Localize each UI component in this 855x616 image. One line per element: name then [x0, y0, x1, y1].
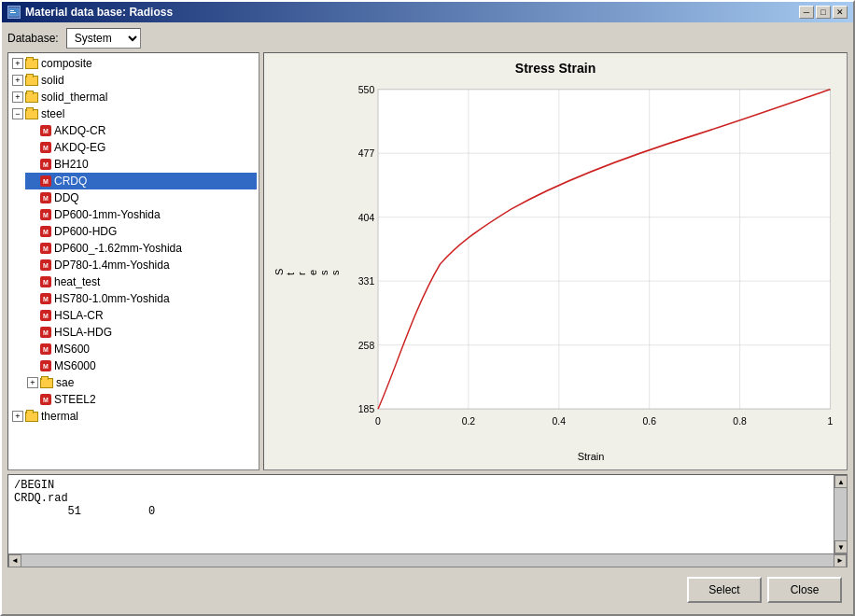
database-row: Database: System User: [7, 28, 848, 49]
material-icon-akdq-cr: [40, 125, 51, 136]
svg-text:477: 477: [358, 147, 374, 160]
material-icon-dp600-1mm: [40, 209, 51, 220]
material-icon-hsla-cr: [40, 310, 51, 321]
tree-item-heat-test[interactable]: heat_test: [25, 273, 257, 290]
content-area: Database: System User + composite + soli…: [2, 22, 853, 614]
tree-item-ms600[interactable]: MS600: [25, 341, 257, 357]
label-dp600-1mm: DP600-1mm-Yoshida: [54, 208, 161, 221]
svg-text:0.2: 0.2: [462, 415, 476, 427]
svg-text:1: 1: [828, 415, 834, 427]
label-solid-thermal: solid_thermal: [41, 91, 107, 104]
title-bar: Material data base: Radioss ─ □ ✕: [2, 2, 853, 22]
expand-sae[interactable]: +: [27, 377, 38, 388]
label-ms6000: MS6000: [54, 359, 96, 372]
material-icon-dp600-162mm: [40, 243, 51, 254]
tree-item-dp600-hdg[interactable]: DP600-HDG: [25, 223, 257, 240]
bottom-panel: /BEGIN CRDQ.rad 51 0 ▲ ▼ ◄ ►: [7, 474, 848, 567]
tree-item-crdq[interactable]: CRDQ: [25, 173, 257, 189]
label-composite: composite: [41, 57, 92, 70]
svg-text:404: 404: [358, 211, 374, 223]
label-dp780-14mm: DP780-1.4mm-Yoshida: [54, 259, 170, 272]
svg-text:185: 185: [358, 403, 374, 415]
scroll-down-button[interactable]: ▼: [834, 540, 847, 553]
tree-item-bh210[interactable]: BH210: [25, 156, 257, 173]
select-button[interactable]: Select: [687, 577, 762, 603]
folder-icon-steel: [25, 109, 38, 119]
scroll-left-button[interactable]: ◄: [8, 554, 21, 567]
expand-solid-thermal[interactable]: +: [12, 91, 23, 103]
material-icon-ddq: [40, 192, 51, 203]
folder-icon-solid-thermal: [25, 92, 38, 103]
svg-text:258: 258: [358, 339, 374, 351]
tree-panel[interactable]: + composite + solid + solid_thermal −: [7, 52, 259, 470]
chart-panel: Stress Strain Stress: [263, 52, 848, 470]
tree-item-solid-thermal[interactable]: + solid_thermal: [10, 89, 257, 105]
tree-item-hs780-10mm[interactable]: HS780-1.0mm-Yoshida: [25, 290, 257, 307]
tree-item-akdq-cr[interactable]: AKDQ-CR: [25, 122, 257, 139]
expand-thermal[interactable]: +: [12, 411, 23, 422]
label-thermal: thermal: [41, 410, 78, 423]
tree-item-composite[interactable]: + composite: [10, 55, 257, 72]
svg-rect-3: [378, 90, 831, 409]
expand-composite[interactable]: +: [12, 58, 23, 69]
material-icon-steel2: [40, 394, 51, 405]
bottom-scroll-area: /BEGIN CRDQ.rad 51 0 ▲ ▼: [8, 475, 847, 553]
tree-item-dp600-1mm[interactable]: DP600-1mm-Yoshida: [25, 206, 257, 223]
svg-text:0.6: 0.6: [642, 415, 656, 427]
title-buttons: ─ □ ✕: [799, 6, 848, 19]
label-bh210: BH210: [54, 158, 89, 171]
label-sae: sae: [56, 376, 74, 389]
expand-solid[interactable]: +: [12, 75, 23, 86]
chart-svg: 185 258 331 404 477 550 0 0.2 0.4 0.6: [343, 79, 839, 449]
tree-item-ddq[interactable]: DDQ: [25, 189, 257, 206]
label-hsla-cr: HSLA-CR: [54, 309, 104, 322]
database-select[interactable]: System User: [66, 28, 141, 49]
material-icon-hs780-10mm: [40, 293, 51, 304]
app-icon: [7, 6, 21, 19]
horizontal-scrollbar: ◄ ►: [8, 553, 847, 567]
label-steel2: STEEL2: [54, 393, 96, 406]
scroll-vertical-track[interactable]: [834, 488, 847, 540]
close-window-button[interactable]: ✕: [833, 6, 848, 19]
scroll-up-button[interactable]: ▲: [834, 475, 847, 488]
label-ms600: MS600: [54, 343, 90, 356]
chart-title: Stress Strain: [272, 61, 839, 76]
tree-item-sae[interactable]: + sae: [25, 374, 257, 391]
tree-item-thermal[interactable]: + thermal: [10, 408, 257, 425]
tree-item-ms6000[interactable]: MS6000: [25, 357, 257, 374]
label-heat-test: heat_test: [54, 275, 100, 288]
material-icon-akdq-eg: [40, 142, 51, 153]
right-scrollbar: ▲ ▼: [834, 475, 847, 553]
main-panel: + composite + solid + solid_thermal −: [7, 52, 848, 470]
close-button[interactable]: Close: [767, 577, 842, 603]
button-row: Select Close: [7, 571, 848, 609]
tree-item-hsla-cr[interactable]: HSLA-CR: [25, 307, 257, 324]
tree-item-dp600-162mm[interactable]: DP600_-1.62mm-Yoshida: [25, 240, 257, 257]
tree-item-akdq-eg[interactable]: AKDQ-EG: [25, 139, 257, 156]
maximize-button[interactable]: □: [816, 6, 831, 19]
svg-text:550: 550: [358, 83, 374, 95]
x-axis-label: Strain: [343, 451, 839, 462]
chart-with-axes: 185 258 331 404 477 550 0 0.2 0.4 0.6: [343, 79, 839, 462]
svg-rect-1: [10, 10, 14, 11]
material-icon-ms600: [40, 343, 51, 355]
material-icon-dp780-14mm: [40, 259, 51, 271]
minimize-button[interactable]: ─: [799, 6, 814, 19]
y-axis-label: Stress: [272, 79, 343, 462]
folder-icon-solid: [25, 76, 38, 86]
main-window: Material data base: Radioss ─ □ ✕ Databa…: [0, 0, 855, 616]
folder-icon-sae: [40, 378, 53, 388]
svg-text:331: 331: [358, 275, 374, 287]
tree-item-dp780-14mm[interactable]: DP780-1.4mm-Yoshida: [25, 257, 257, 273]
tree-item-steel2[interactable]: STEEL2: [25, 391, 257, 408]
tree-item-hsla-hdg[interactable]: HSLA-HDG: [25, 324, 257, 341]
scroll-horizontal-track[interactable]: [21, 554, 834, 567]
material-icon-ms6000: [40, 360, 51, 371]
label-dp600-hdg: DP600-HDG: [54, 225, 117, 238]
scroll-right-button[interactable]: ►: [834, 554, 847, 567]
expand-steel[interactable]: −: [12, 108, 23, 119]
svg-text:0.8: 0.8: [733, 415, 747, 427]
svg-rect-2: [10, 12, 16, 13]
tree-item-solid[interactable]: + solid: [10, 72, 257, 89]
tree-item-steel[interactable]: − steel: [10, 105, 257, 122]
